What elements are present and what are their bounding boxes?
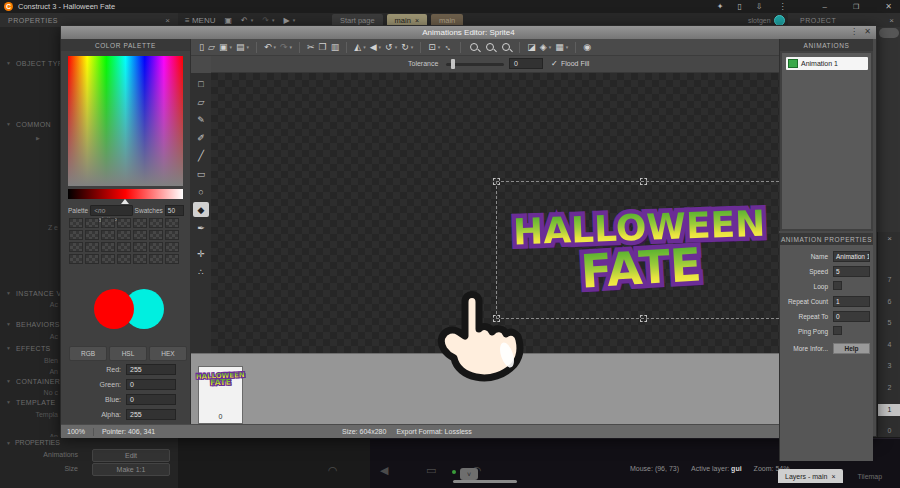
dialog-titlebar[interactable]: Animations Editor: Sprite4 ⋮ ✕ <box>61 26 876 39</box>
rotate-cw-icon[interactable]: ↻▾ <box>401 40 413 55</box>
swatch-cell[interactable] <box>101 218 115 228</box>
hamburger-icon[interactable]: ≡ MENU <box>185 16 215 25</box>
new-window-icon[interactable]: ▯ <box>737 0 741 13</box>
image-points-tool-icon[interactable]: ∴ <box>193 264 209 279</box>
crop-icon[interactable]: ⊡▾ <box>428 40 440 55</box>
color-gradient-picker[interactable] <box>68 56 183 186</box>
swatch-cell[interactable] <box>117 254 131 264</box>
layer-number[interactable]: 3 <box>878 360 900 372</box>
undo-caret-icon[interactable]: ▾ <box>251 17 254 23</box>
swatch-cell[interactable] <box>133 254 147 264</box>
zoom-reset-icon[interactable] <box>484 41 496 53</box>
animation-frame-thumbnail[interactable]: HALLOWEENHALLOWEENFATEFATE0 <box>198 366 243 424</box>
minimize-icon[interactable]: – <box>823 0 827 13</box>
swatch-cell[interactable] <box>101 254 115 264</box>
preview-caret-icon[interactable]: ▾ <box>293 17 296 23</box>
close-icon[interactable]: × <box>889 16 894 25</box>
edit-button[interactable]: Edit <box>92 449 170 462</box>
project-search-input[interactable] <box>879 28 899 38</box>
redo-caret-icon[interactable]: ▾ <box>272 17 275 23</box>
close-icon[interactable]: × <box>831 473 835 480</box>
close-icon[interactable]: ✕ <box>864 27 871 36</box>
swatch-cell[interactable] <box>85 230 99 240</box>
color-palette-header[interactable]: COLOR PALETTE <box>61 39 190 51</box>
new-icon[interactable]: ▯ <box>199 40 204 55</box>
pencil-tool-icon[interactable]: ✎ <box>193 112 209 127</box>
swatch-cell[interactable] <box>133 230 147 240</box>
save-icon[interactable]: ▣▾ <box>219 40 232 55</box>
eraser-tool-icon[interactable]: ▱ <box>193 94 209 109</box>
flood-fill-checkbox[interactable]: ✓ <box>551 59 558 68</box>
tolerance-value-input[interactable]: 0 <box>509 58 543 69</box>
line-tool-icon[interactable]: ╱ <box>193 148 209 163</box>
layer-number[interactable]: 1 <box>878 404 900 416</box>
slider-marker-icon[interactable] <box>121 199 129 204</box>
export-icon[interactable]: ▤▾ <box>236 40 249 55</box>
swatch-cell[interactable] <box>117 230 131 240</box>
preview-play-icon[interactable]: ▶ <box>283 16 289 25</box>
tab-tilemap[interactable]: Tilemap <box>851 469 890 483</box>
redo-icon[interactable]: ↷▾ <box>280 40 292 55</box>
make-1-1-button[interactable]: Make 1:1 <box>92 463 170 476</box>
animation-list-item[interactable]: Animation 1 <box>786 57 868 70</box>
swatch-cell[interactable] <box>165 254 179 264</box>
flip-horizontal-icon[interactable]: ◀▾ <box>370 40 381 55</box>
speed-input[interactable]: 5 <box>833 266 870 277</box>
kebab-menu-icon[interactable]: ⋮ <box>850 27 858 36</box>
loop-checkbox[interactable] <box>833 281 842 290</box>
swatch-cell[interactable] <box>69 230 83 240</box>
cut-icon[interactable]: ✂ <box>307 40 315 55</box>
repeat-to-input[interactable]: 0 <box>833 311 870 322</box>
swatch-cell[interactable] <box>85 242 99 252</box>
repeat-count-input[interactable]: 1 <box>833 296 870 307</box>
install-icon[interactable]: ⇩ <box>756 0 763 13</box>
redo-icon[interactable]: ↷ <box>262 16 269 25</box>
hex-button[interactable]: HEX <box>149 346 187 361</box>
layer-number[interactable]: 2 <box>878 382 900 394</box>
swatch-cell[interactable] <box>117 218 131 228</box>
ping-pong-checkbox[interactable] <box>833 326 842 335</box>
close-icon[interactable]: ✕ <box>885 0 892 13</box>
swatch-cell[interactable] <box>85 218 99 228</box>
swatch-cell[interactable] <box>101 230 115 240</box>
brush-tool-icon[interactable]: ✐ <box>193 130 209 145</box>
layer-number[interactable]: 7 <box>878 274 900 286</box>
swatch-cell[interactable] <box>69 254 83 264</box>
swatch-cell[interactable] <box>165 230 179 240</box>
flip-vertical-icon[interactable]: ◭▾ <box>354 40 365 55</box>
swatch-cell[interactable] <box>165 242 179 252</box>
marquee-select-tool-icon[interactable]: □ <box>193 76 209 91</box>
fill-tool-icon[interactable]: ◆ <box>193 202 209 217</box>
red-input[interactable]: 255 <box>126 364 176 375</box>
paste-icon[interactable]: ▥ <box>331 40 340 55</box>
swatch-cell[interactable] <box>165 218 179 228</box>
swatch-cell[interactable] <box>101 242 115 252</box>
close-icon[interactable]: × <box>165 16 170 25</box>
name-input[interactable]: Animation 1 <box>833 251 870 262</box>
swatch-cell[interactable] <box>117 242 131 252</box>
copy-icon[interactable]: ❐ <box>319 40 327 55</box>
layer-number[interactable]: 6 <box>878 296 900 308</box>
animation-properties-header[interactable]: ANIMATION PROPERTIES <box>780 233 873 245</box>
swatch-cell[interactable] <box>149 218 163 228</box>
origin-tool-icon[interactable]: ✛ <box>193 246 209 261</box>
zoom-out-icon[interactable] <box>468 41 480 53</box>
swatches-count-input[interactable]: 50 <box>165 205 184 216</box>
close-icon[interactable]: × <box>415 17 419 24</box>
swatch-cell[interactable] <box>149 242 163 252</box>
alpha-input[interactable]: 255 <box>126 409 176 420</box>
swatch-cell[interactable] <box>149 254 163 264</box>
hsl-button[interactable]: HSL <box>109 346 147 361</box>
swatch-cell[interactable] <box>85 254 99 264</box>
rectangle-tool-icon[interactable]: ▭ <box>193 166 209 181</box>
ellipse-tool-icon[interactable]: ○ <box>193 184 209 199</box>
animations-panel-header[interactable]: ANIMATIONS <box>780 39 873 51</box>
layer-number[interactable]: 0 <box>878 425 900 437</box>
resize-icon[interactable]: ↔ <box>444 40 453 55</box>
open-icon[interactable]: ▱ <box>208 40 215 55</box>
rotate-ccw-icon[interactable]: ↺▾ <box>385 40 397 55</box>
user-avatar[interactable] <box>774 15 785 26</box>
tab-layers-main[interactable]: Layers - main× <box>778 469 843 483</box>
close-icon[interactable]: × <box>878 234 900 243</box>
preview-icon[interactable]: ◉ <box>583 40 591 55</box>
